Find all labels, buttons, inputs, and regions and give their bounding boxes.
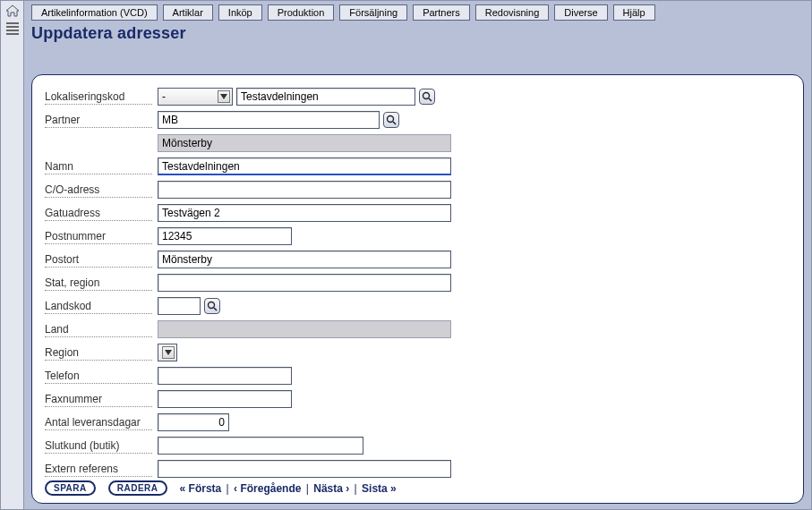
antal-leveransdagar-input[interactable] <box>158 413 229 431</box>
svg-point-2 <box>388 116 394 123</box>
delete-button[interactable]: RADERA <box>108 480 167 496</box>
top-menu: Artikelinformation (VCD) Artiklar Inköp … <box>24 4 808 21</box>
label-lokaliseringskod: Lokaliseringskod <box>45 89 152 105</box>
stat-region-input[interactable] <box>158 274 451 292</box>
search-icon <box>386 115 397 125</box>
label-co-adress: C/O-adress <box>45 183 152 198</box>
faxnummer-input[interactable] <box>158 390 292 408</box>
svg-line-1 <box>429 98 432 101</box>
label-partner-readonly <box>45 142 152 144</box>
extern-referens-input[interactable] <box>158 460 451 478</box>
menu-hjalp[interactable]: Hjälp <box>613 4 655 21</box>
menu-partners[interactable]: Partners <box>413 4 470 21</box>
partner-readonly-name: Mönsterby <box>158 134 451 152</box>
search-icon <box>207 301 218 311</box>
pager-last[interactable]: Sista » <box>362 482 397 495</box>
label-region: Region <box>45 345 152 361</box>
slutkund-input[interactable] <box>158 437 363 455</box>
label-gatuadress: Gatuadress <box>45 206 152 221</box>
pager-prev[interactable]: ‹ Föregående <box>234 482 301 495</box>
search-icon <box>422 91 432 102</box>
lokaliseringskod-search-button[interactable] <box>419 89 435 105</box>
menu-artikelinformation[interactable]: Artikelinformation (VCD) <box>31 4 158 21</box>
form-panel: Lokaliseringskod - Partner <box>31 74 804 504</box>
region-select[interactable] <box>158 344 177 361</box>
label-namn: Namn <box>45 159 152 174</box>
dock-icon[interactable] <box>6 22 19 35</box>
menu-produktion[interactable]: Produktion <box>268 4 335 21</box>
postort-input[interactable] <box>158 251 451 268</box>
lokaliseringskod-select[interactable]: - <box>158 88 233 106</box>
label-antal-leveransdagar: Antal leveransdagar <box>45 415 152 430</box>
partner-input[interactable] <box>158 111 380 129</box>
menu-artiklar[interactable]: Artiklar <box>163 4 213 21</box>
pager-next[interactable]: Nästa › <box>313 482 349 495</box>
menu-diverse[interactable]: Diverse <box>554 4 607 21</box>
pager-first[interactable]: « Första <box>180 482 222 495</box>
svg-line-5 <box>214 308 217 310</box>
namn-input[interactable] <box>158 157 451 175</box>
menu-forsaljning[interactable]: Försäljning <box>339 4 407 21</box>
label-postort: Postort <box>45 252 152 268</box>
svg-point-4 <box>209 302 215 309</box>
home-icon[interactable] <box>5 4 20 17</box>
gatuadress-input[interactable] <box>158 204 451 222</box>
label-slutkund: Slutkund (butik) <box>45 438 152 454</box>
co-adress-input[interactable] <box>158 181 451 199</box>
label-landskod: Landskod <box>45 299 152 314</box>
landskod-input[interactable] <box>158 297 201 315</box>
menu-inkop[interactable]: Inköp <box>218 4 262 21</box>
chevron-down-icon <box>218 90 230 103</box>
lokaliseringskod-lookup-input[interactable] <box>236 88 415 106</box>
landskod-search-button[interactable] <box>204 298 220 314</box>
partner-search-button[interactable] <box>383 112 399 128</box>
label-land: Land <box>45 322 152 337</box>
pager: « Första | ‹ Föregående | Nästa › | Sist… <box>180 482 397 495</box>
form-footer: SPARA RADERA « Första | ‹ Föregående | N… <box>45 480 791 496</box>
label-telefon: Telefon <box>45 369 152 384</box>
label-faxnummer: Faxnummer <box>45 392 152 407</box>
telefon-input[interactable] <box>158 367 292 385</box>
lokaliseringskod-select-value: - <box>162 90 166 103</box>
postnummer-input[interactable] <box>158 227 292 245</box>
land-readonly <box>158 320 451 338</box>
label-stat-region: Stat, region <box>45 276 152 291</box>
side-rail <box>1 1 24 509</box>
page-title: Uppdatera adresser <box>31 24 804 43</box>
menu-redovisning[interactable]: Redovisning <box>475 4 550 21</box>
label-postnummer: Postnummer <box>45 229 152 244</box>
save-button[interactable]: SPARA <box>45 480 96 496</box>
label-extern-referens: Extern referens <box>45 462 152 477</box>
label-partner: Partner <box>45 113 152 128</box>
svg-point-0 <box>423 93 430 99</box>
chevron-down-icon <box>162 346 175 359</box>
svg-line-3 <box>393 122 396 124</box>
